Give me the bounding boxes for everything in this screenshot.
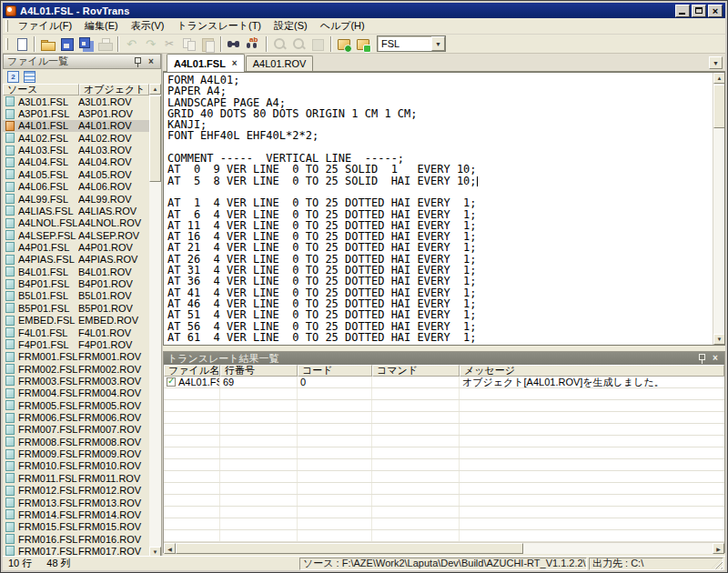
resize-grip[interactable] xyxy=(712,558,723,569)
source-file-name: B4P01.FSL xyxy=(18,278,78,289)
file-list-row[interactable]: B5L01.FSL B5L01.ROV xyxy=(3,290,149,302)
file-list-row[interactable]: B4L01.FSL B4L01.ROV xyxy=(3,266,149,277)
object-file-name: FRM007.ROV xyxy=(78,424,149,435)
source-file-name: FRM014.FSL xyxy=(18,509,78,520)
file-list-row[interactable]: A4LSEP.FSL A4LSEP.ROV xyxy=(3,229,149,241)
list-view-icon[interactable] xyxy=(22,70,36,83)
toolbar-grip[interactable] xyxy=(5,38,8,50)
scrollbar-thumb[interactable] xyxy=(176,543,523,554)
file-list-row[interactable]: FRM014.FSL FRM014.ROV xyxy=(3,508,149,520)
menu-item[interactable]: ヘルプ(H) xyxy=(314,17,371,35)
replace-button[interactable] xyxy=(244,35,263,53)
file-list-row[interactable]: FRM002.FSL FRM002.ROV xyxy=(3,363,149,375)
file-list-row[interactable]: A4L01.FSL A4L01.ROV xyxy=(3,120,149,132)
file-list-row[interactable]: FRM008.FSL FRM008.ROV xyxy=(3,436,149,447)
file-list-row[interactable]: FRM006.FSL FRM006.ROV xyxy=(3,411,149,423)
file-list-row[interactable]: FRM001.FSL FRM001.ROV xyxy=(3,351,149,363)
column-header[interactable]: オブジェクト xyxy=(79,84,149,96)
file-list-row[interactable]: FRM016.FSL FRM016.ROV xyxy=(3,533,149,545)
file-list-row[interactable]: FRM015.FSL FRM015.ROV xyxy=(3,521,149,533)
close-panel-icon[interactable]: × xyxy=(710,353,721,364)
file-list-row[interactable]: A4L06.FSL A4L06.ROV xyxy=(3,181,149,193)
file-list-row[interactable]: FRM009.FSL FRM009.ROV xyxy=(3,447,149,459)
translate-button[interactable] xyxy=(335,35,354,53)
file-list-row[interactable]: A4P01.FSL A4P01.ROV xyxy=(3,241,149,253)
close-panel-icon[interactable]: × xyxy=(146,56,157,67)
column-header[interactable]: メッセージ xyxy=(460,365,724,377)
result-row[interactable]: A4L01.FSL 69 0 オブジェクト[A4L01.ROV]を生成しました。 xyxy=(164,377,724,388)
file-list-row[interactable]: A4L03.FSL A4L03.ROV xyxy=(3,144,149,156)
column-header[interactable]: コマンド xyxy=(372,365,460,377)
column-header[interactable]: 行番号 xyxy=(220,365,298,377)
scroll-down-icon[interactable]: ▼ xyxy=(713,334,725,345)
file-list-row[interactable]: FRM005.FSL FRM005.ROV xyxy=(3,399,149,411)
scrollbar-thumb[interactable] xyxy=(713,85,725,128)
source-file-name: FRM009.FSL xyxy=(18,448,78,459)
file-list-row[interactable]: B5P01.FSL B5P01.ROV xyxy=(3,302,149,314)
file-list-row[interactable]: A4L05.FSL A4L05.ROV xyxy=(3,168,149,180)
save-button[interactable] xyxy=(57,35,76,53)
scroll-up-icon[interactable]: ▲ xyxy=(149,84,161,95)
file-list-row[interactable]: EMBED.FSL EMBED.ROV xyxy=(3,314,149,326)
file-icon xyxy=(5,546,15,556)
file-list-row[interactable]: FRM004.FSL FRM004.ROV xyxy=(3,387,149,399)
scrollbar-thumb[interactable] xyxy=(149,96,161,182)
file-list-row[interactable]: A4LIAS.FSL A4LIAS.ROV xyxy=(3,205,149,216)
file-list-row[interactable]: A3P01.FSL A3P01.ROV xyxy=(3,107,149,119)
pin-icon[interactable] xyxy=(132,56,143,67)
file-list-row[interactable]: A4L99.FSL A4L99.ROV xyxy=(3,193,149,205)
numbered-view-icon[interactable] xyxy=(5,70,20,83)
source-file-name: F4L01.FSL xyxy=(18,327,78,338)
file-list-row[interactable]: A3L01.FSL A3L01.ROV xyxy=(3,96,149,107)
source-file-name: A4P01.FSL xyxy=(18,242,78,253)
column-header[interactable]: コード xyxy=(298,365,372,377)
find-button[interactable] xyxy=(225,35,244,53)
pin-icon[interactable] xyxy=(696,353,707,364)
file-list-row[interactable]: F4P01.FSL F4P01.ROV xyxy=(3,338,149,350)
file-list-row[interactable]: A4PIAS.FSL A4PIAS.ROV xyxy=(3,254,149,266)
file-list-row[interactable]: FRM010.FSL FRM010.ROV xyxy=(3,460,149,472)
format-combo[interactable]: FSL ▼ xyxy=(377,35,446,52)
chevron-down-icon[interactable]: ▼ xyxy=(431,36,445,51)
file-list-row[interactable]: A4L04.FSL A4L04.ROV xyxy=(3,156,149,168)
editor-scrollbar[interactable]: ▲ ▼ xyxy=(713,73,724,345)
file-list-row[interactable]: F4L01.FSL F4L01.ROV xyxy=(3,327,149,338)
code-editor[interactable]: FORM A4L01;PAPER A4;LANDSCAPE PAGE A4;GR… xyxy=(163,72,725,346)
column-header[interactable]: ソース xyxy=(3,84,79,96)
translate-all-button[interactable] xyxy=(354,35,373,53)
tab-list-dropdown-icon[interactable]: ▼ xyxy=(709,56,723,69)
file-list-row[interactable]: FRM013.FSL FRM013.ROV xyxy=(3,497,149,508)
menu-item[interactable]: 編集(E) xyxy=(78,17,125,35)
file-list-row[interactable]: B4P01.FSL B4P01.ROV xyxy=(3,277,149,289)
open-file-button[interactable] xyxy=(38,35,57,53)
file-list-row[interactable]: A4LNOL.FSL A4LNOL.ROV xyxy=(3,217,149,229)
menu-item[interactable]: 設定(S) xyxy=(268,17,314,35)
file-list-row[interactable]: FRM011.FSL FRM011.ROV xyxy=(3,472,149,484)
menu-item[interactable]: トランスレート(T) xyxy=(170,17,268,35)
close-button[interactable]: × xyxy=(708,5,723,17)
new-file-button[interactable] xyxy=(12,35,31,53)
scroll-up-icon[interactable]: ▲ xyxy=(713,73,725,84)
file-list-row[interactable]: FRM007.FSL FRM007.ROV xyxy=(3,424,149,436)
minimize-button[interactable] xyxy=(675,5,690,17)
file-list-row[interactable]: FRM012.FSL FRM012.ROV xyxy=(3,485,149,497)
scroll-left-icon[interactable]: ◀ xyxy=(164,543,176,554)
result-hscrollbar[interactable]: ◀ ▶ xyxy=(164,542,724,554)
cut-button xyxy=(160,35,179,53)
column-header[interactable]: ファイル名 xyxy=(164,365,220,377)
save-all-button[interactable] xyxy=(76,35,96,53)
file-list-scrollbar[interactable]: ▲ ▼ xyxy=(149,84,161,558)
scroll-right-icon[interactable]: ▶ xyxy=(713,543,724,554)
maximize-button[interactable] xyxy=(692,5,706,17)
tab-a4l01.fsl[interactable]: A4L01.FSL × xyxy=(167,54,245,72)
menu-item[interactable]: ファイル(F) xyxy=(12,17,78,35)
tab-bar: A4L01.FSL × A4L01.ROV ▼ xyxy=(163,54,725,72)
file-list-row[interactable]: FRM003.FSL FRM003.ROV xyxy=(3,375,149,387)
menubar-grip[interactable] xyxy=(5,20,8,32)
tab-close-icon[interactable]: × xyxy=(232,59,238,68)
file-list-row[interactable]: A4L02.FSL A4L02.ROV xyxy=(3,132,149,144)
code-text[interactable]: FORM A4L01;PAPER A4;LANDSCAPE PAGE A4;GR… xyxy=(164,73,713,345)
menu-item[interactable]: 表示(V) xyxy=(125,17,171,35)
source-file-name: FRM012.FSL xyxy=(18,485,78,496)
tab-a4l01.rov[interactable]: A4L01.ROV xyxy=(246,55,314,71)
